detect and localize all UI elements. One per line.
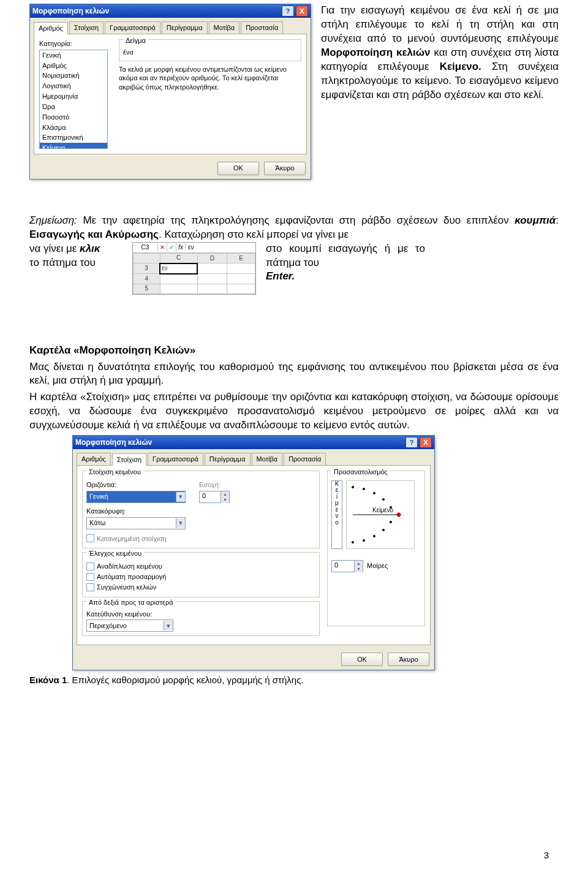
tab-border[interactable]: Περίγραμμα	[162, 21, 208, 34]
chevron-down-icon[interactable]: ▾	[176, 492, 185, 502]
text-control-label: Έλεγχος κειμένου	[86, 549, 144, 558]
tab-font[interactable]: Γραμματοσειρά	[105, 21, 160, 34]
indent-label: Εσοχή:	[199, 480, 230, 490]
formula-input[interactable]: εν	[186, 243, 255, 252]
note-b: Με την αφετηρία της πληκτρολόγησης εμφαν…	[77, 214, 514, 226]
ok-button[interactable]: OK	[217, 162, 259, 175]
tab-alignment[interactable]: Στοίχιση	[112, 453, 146, 466]
help-button[interactable]: ?	[405, 437, 418, 448]
vertical-value: Κάτω	[87, 518, 176, 528]
help-button[interactable]: ?	[282, 6, 294, 17]
row-header[interactable]: 3	[134, 263, 160, 274]
spinner-down-icon[interactable]: ▼	[221, 497, 229, 502]
category-item[interactable]: Κλάσμα	[40, 123, 107, 133]
cell[interactable]	[197, 263, 227, 274]
col-header[interactable]: D	[197, 253, 227, 263]
tab-border[interactable]: Περίγραμμα	[205, 453, 251, 465]
tab-alignment[interactable]: Στοίχιση	[69, 21, 104, 34]
svg-point-10	[382, 529, 385, 531]
titlebar[interactable]: Μορφοποίηση κελιών ? X	[30, 4, 311, 18]
sample-label: Δείγμα	[123, 36, 148, 45]
category-item[interactable]: Ημερομηνία	[40, 91, 107, 102]
svg-rect-1	[396, 512, 401, 517]
corner-header[interactable]	[134, 253, 160, 263]
note-d: :	[556, 214, 559, 226]
checkbox-icon[interactable]	[86, 573, 94, 581]
checkbox-icon[interactable]	[86, 562, 94, 570]
orientation-group: Προσανατολισμός Κ ε ί μ ε ν ο Κείμενο	[327, 471, 425, 626]
ok-button[interactable]: OK	[341, 653, 383, 666]
formula-bar-sample: C3 ✕ ✓ fx εν C D E 3 εν	[132, 242, 256, 295]
vertical-combo[interactable]: Κάτω ▾	[86, 517, 186, 529]
category-item[interactable]: Νομισματική	[40, 70, 107, 81]
svg-point-5	[382, 498, 385, 501]
direction-combo[interactable]: Περιεχόμενο ▾	[86, 619, 173, 632]
tab-patterns[interactable]: Μοτίβα	[209, 21, 240, 34]
category-item[interactable]: Επιστημονική	[40, 132, 107, 143]
enter-icon[interactable]: ✓	[167, 243, 176, 252]
merge-cells-label: Συγχώνευση κελιών	[97, 583, 156, 592]
category-item-selected[interactable]: Κείμενο	[40, 143, 107, 148]
col-header[interactable]: C	[160, 253, 197, 263]
col-header[interactable]: E	[227, 253, 255, 263]
degrees-label: Μοίρες	[367, 561, 388, 570]
text-alignment-group: Στοίχιση κειμένου Οριζόντια: Γενική ▾ Κα…	[82, 471, 320, 548]
cell[interactable]	[197, 274, 227, 284]
tab-font[interactable]: Γραμματοσειρά	[148, 453, 203, 465]
dialog-buttons: OK Άκυρο	[30, 158, 311, 179]
checkbox-icon[interactable]	[86, 583, 94, 591]
cell[interactable]	[227, 284, 255, 294]
tab-protection[interactable]: Προστασία	[284, 453, 326, 465]
chevron-down-icon[interactable]: ▾	[176, 518, 185, 528]
merge-cells-check[interactable]: Συγχώνευση κελιών	[86, 583, 315, 592]
tab-protection[interactable]: Προστασία	[241, 21, 283, 34]
cell[interactable]	[160, 274, 197, 284]
name-box[interactable]: C3	[133, 243, 158, 252]
indent-value: 0	[200, 491, 221, 502]
cell[interactable]	[197, 284, 227, 294]
category-item[interactable]: Ποσοστό	[40, 112, 107, 123]
text-alignment-label: Στοίχιση κειμένου	[86, 468, 143, 477]
close-button[interactable]: X	[420, 437, 432, 448]
tab-patterns[interactable]: Μοτίβα	[252, 453, 283, 465]
dialog-title: Μορφοποίηση κελιών	[32, 6, 109, 16]
spinner-down-icon[interactable]: ▼	[354, 566, 363, 572]
degrees-spinner[interactable]: 0 ▲▼	[331, 560, 363, 572]
rtl-label: Από δεξιά προς τα αριστερά	[86, 598, 176, 607]
row-header[interactable]: 5	[134, 284, 160, 294]
cell[interactable]	[160, 284, 197, 294]
tabs: Αριθμός Στοίχιση Γραμματοσειρά Περίγραμμ…	[30, 18, 311, 34]
dialog-buttons: OK Άκυρο	[73, 649, 434, 670]
wrap-text-check[interactable]: Αναδίπλωση κειμένου	[86, 562, 315, 571]
close-button[interactable]: X	[296, 6, 308, 17]
horizontal-combo[interactable]: Γενική ▾	[86, 491, 186, 503]
svg-point-2	[352, 486, 354, 488]
category-item[interactable]: Λογιστική	[40, 81, 107, 91]
cancel-icon[interactable]: ✕	[158, 243, 167, 252]
horizontal-label: Οριζόντια:	[86, 480, 186, 490]
tab-number[interactable]: Αριθμός	[34, 22, 68, 34]
titlebar[interactable]: Μορφοποίηση κελιών ? X	[73, 436, 434, 449]
shrink-fit-check[interactable]: Αυτόματη προσαρμογή	[86, 572, 315, 581]
cell[interactable]	[227, 263, 255, 274]
vertical-text-button[interactable]: Κ ε ί μ ε ν ο	[331, 480, 342, 549]
cancel-button[interactable]: Άκυρο	[388, 653, 429, 666]
category-item[interactable]: Αριθμός	[40, 61, 107, 71]
cell[interactable]	[227, 274, 255, 284]
format-cells-dialog-alignment: Μορφοποίηση κελιών ? X Αριθμός Στοίχιση …	[72, 435, 435, 670]
orientation-dial[interactable]: Κείμενο	[346, 480, 415, 549]
category-item[interactable]: Γενική	[40, 50, 107, 61]
intro-text-bold: Μορφοποίηση κελιών	[321, 47, 434, 58]
chevron-down-icon[interactable]: ▾	[164, 621, 173, 631]
indent-spinner[interactable]: 0 ▲▼	[199, 491, 230, 503]
tab-number[interactable]: Αριθμός	[77, 453, 111, 465]
category-item[interactable]: Ώρα	[40, 102, 107, 112]
vertical-label: Κατακόρυφη:	[86, 507, 186, 516]
cancel-button[interactable]: Άκυρο	[264, 162, 306, 175]
fx-icon[interactable]: fx	[176, 243, 186, 252]
spinner-up-icon[interactable]: ▲	[354, 561, 363, 566]
row-header[interactable]: 4	[134, 274, 160, 284]
category-listbox[interactable]: Γενική Αριθμός Νομισματική Λογιστική Ημε…	[39, 50, 108, 149]
spinner-up-icon[interactable]: ▲	[221, 491, 229, 497]
active-cell[interactable]: εν	[160, 263, 197, 274]
